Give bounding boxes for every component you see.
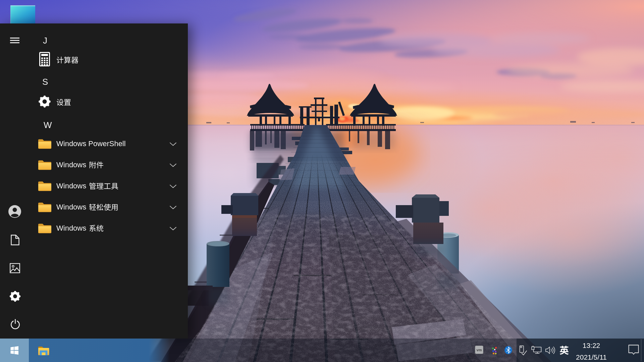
svg-text:vm: vm: [477, 348, 482, 352]
